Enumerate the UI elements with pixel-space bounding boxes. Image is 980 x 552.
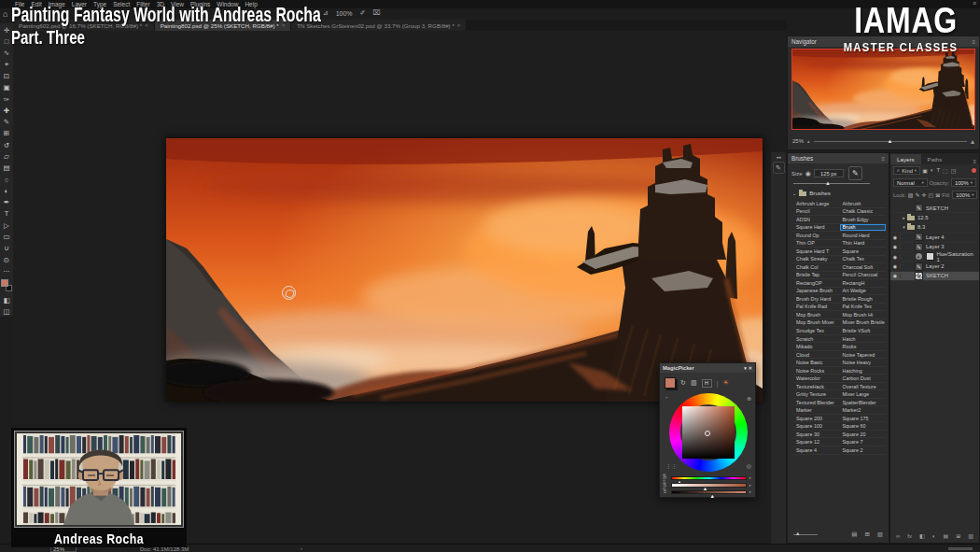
brush-item[interactable]: Bristle Tap (793, 272, 840, 280)
lock-icon[interactable]: ✛ (922, 191, 927, 198)
clone-stamp-tool[interactable]: ⊞ (1, 129, 12, 139)
brush-item[interactable]: Square 60 (840, 422, 887, 431)
workspace-menu-icon[interactable]: ≡ (973, 0, 976, 7)
layer-filter-box[interactable]: ⌕ Kind ▾ (893, 166, 920, 175)
size-slider-thumb[interactable]: ▲ (825, 180, 831, 186)
opacity-select[interactable]: 100% ▾ (951, 178, 976, 187)
filter-type-icon[interactable]: ◐ (931, 167, 934, 174)
brush-item[interactable]: Scratch (793, 335, 840, 344)
brush-item[interactable]: Chalk Tex (840, 256, 887, 264)
brush-item[interactable]: Round Op (793, 232, 840, 240)
brush-item[interactable]: Square Hard (793, 224, 840, 233)
layer-row-layer-4[interactable]: ◉✎Layer 4 (890, 233, 979, 242)
brush-item[interactable]: Noise Heavy (840, 359, 887, 367)
brush-settings-toggle[interactable]: ✎ (848, 166, 862, 180)
brush-item[interactable]: Square 12 (793, 438, 840, 446)
lock-icon[interactable]: ◰ (929, 191, 934, 198)
symmetry-icon[interactable]: ⌧ (372, 9, 380, 17)
brush-item[interactable]: Mixer Large (840, 390, 887, 399)
brush-item[interactable]: Pencil (793, 208, 840, 217)
layer-row-8-3[interactable]: ▾8.3 (890, 223, 979, 233)
slider-thumb[interactable]: ▲ (710, 493, 715, 499)
brush-item[interactable]: Chalk Classic (840, 208, 887, 217)
layer-mask-icon[interactable]: ◧ (919, 532, 925, 539)
zoom-in-icon[interactable]: ▴ (971, 137, 974, 146)
brush-item[interactable]: Pal Knife Rad (793, 304, 840, 312)
brush-item[interactable]: Carbon Dust (840, 375, 887, 383)
brush-group-row[interactable]: ⌄ Brushes (788, 187, 889, 199)
pressure-size-icon[interactable]: ◉ (805, 170, 811, 177)
rgb-hsb-label[interactable]: RGB/HSB (662, 473, 666, 489)
brush-item[interactable]: Mop Brush Hi (840, 311, 887, 319)
brush-tool[interactable]: ✎ (1, 117, 12, 127)
brush-item[interactable]: Hatch (840, 335, 887, 344)
slider-step-icon[interactable]: ▸ (749, 489, 751, 494)
brush-item[interactable]: Square (840, 248, 887, 256)
s-slider[interactable]: ▲ (671, 483, 747, 488)
brightness-icon[interactable]: ☀ (722, 379, 728, 387)
hue-mode-button[interactable]: H (702, 379, 712, 388)
brush-item[interactable]: Japanese Brush (793, 288, 840, 296)
brush-item[interactable]: Square 100 (793, 422, 840, 431)
status-chevron-icon[interactable]: › (301, 545, 302, 551)
brush-item[interactable]: Airbrush (840, 200, 887, 208)
settings-gear-icon[interactable]: ⊛ (747, 395, 751, 402)
zoom-slider-thumb[interactable]: ▲ (887, 138, 892, 144)
slider-step-icon[interactable]: ▸ (749, 475, 751, 480)
eye-icon[interactable]: ◉ (890, 273, 901, 278)
close-tab-icon[interactable]: × (457, 22, 461, 28)
brush-item[interactable]: Smudge Tex (793, 327, 840, 335)
brush-item[interactable]: Square 2 (840, 446, 887, 455)
expand-arrow-icon[interactable]: ▸ (901, 215, 907, 220)
brush-item[interactable]: Noise Rocks (793, 367, 840, 375)
brush-item[interactable]: Marker2 (840, 406, 887, 415)
gradient-tool[interactable]: ▤ (1, 163, 12, 173)
brush-item[interactable]: Noise Tapered (840, 351, 887, 360)
color-compass-icon[interactable]: ◔ (665, 395, 668, 401)
lock-icon[interactable]: ⊠ (935, 191, 940, 198)
brush-settings-panel-icon[interactable]: ✎ (773, 162, 785, 174)
brush-item[interactable]: Mop Brush Mixer (793, 319, 840, 328)
quick-mask-mode[interactable]: ◧ (1, 295, 12, 305)
brush-item[interactable]: Square 20 (840, 431, 887, 439)
filter-type-icon[interactable]: ▣ (922, 167, 928, 174)
eye-icon[interactable]: ◉ (890, 234, 901, 240)
filter-type-icon[interactable]: T (936, 167, 940, 174)
folder-icon[interactable]: ▤ (851, 531, 857, 538)
brush-item[interactable]: Hatching (840, 367, 887, 375)
brush-item[interactable]: Cloud (793, 351, 840, 360)
brush-item[interactable]: TextureHack (793, 383, 840, 391)
new-group-icon[interactable]: ▤ (944, 532, 949, 539)
frame-tool[interactable]: ▣ (1, 82, 12, 92)
palette-icon[interactable]: ▥ (691, 379, 697, 387)
brush-item[interactable]: Chalk Col (793, 263, 840, 272)
new-layer-icon[interactable]: ⊞ (956, 532, 960, 539)
brush-item[interactable]: Gritty Texture (793, 390, 840, 399)
quick-selection-tool[interactable]: ⌖ (1, 60, 12, 70)
foreground-color-swatch[interactable] (1, 279, 8, 287)
zoom-out-icon[interactable]: ▴ (807, 138, 810, 144)
brush-item[interactable]: Pencil Charcoal (840, 272, 887, 280)
color-swatches[interactable] (1, 279, 12, 291)
brush-item[interactable]: RectangOP (793, 279, 840, 288)
brush-item[interactable]: Charcoal Soft (840, 263, 887, 272)
lock-icon[interactable]: ✎ (916, 191, 920, 198)
brush-item[interactable]: Mikado (793, 343, 840, 351)
eraser-tool[interactable]: ▱ (1, 151, 12, 162)
tab-layers[interactable]: Layers (890, 154, 921, 164)
brush-item[interactable]: SpatterBlender (840, 399, 887, 407)
close-icon[interactable]: ✕ (749, 365, 752, 371)
history-brush-tool[interactable]: ↺ (1, 140, 12, 150)
navigator-thumbnail[interactable] (791, 49, 975, 130)
filter-type-icon[interactable]: ⬚ (943, 167, 948, 174)
foreground-swatch[interactable] (665, 377, 676, 389)
b-slider[interactable]: ▲ (671, 490, 747, 495)
navigator-zoom-value[interactable]: 25% (792, 138, 804, 144)
brush-item[interactable]: Square Hard T (793, 248, 840, 256)
eye-icon[interactable]: ◉ (890, 244, 901, 249)
hand-tool[interactable]: ∪ (1, 243, 12, 253)
blend-mode-select[interactable]: Normal ▾ (893, 178, 928, 187)
screen-mode[interactable]: ◫ (1, 306, 12, 317)
rotate-icon[interactable]: ↻ (680, 379, 686, 387)
brush-size-slider[interactable]: ▲ (793, 181, 883, 187)
